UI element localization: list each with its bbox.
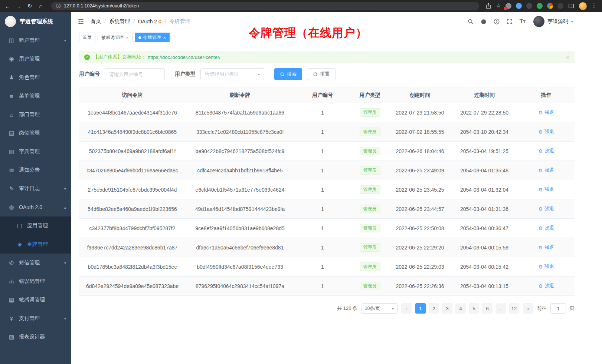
goto-page-input[interactable]: [550, 303, 566, 314]
back-button[interactable]: ←: [3, 3, 12, 9]
breadcrumb-item[interactable]: OAuth 2.0: [138, 19, 161, 24]
user-type-badge: 管理员: [360, 128, 380, 136]
force-logout-button[interactable]: 强退: [538, 128, 554, 135]
force-logout-label: 强退: [544, 186, 554, 193]
sidebar-item-oauth-token[interactable]: ◈令牌管理: [0, 235, 71, 254]
create-time-cell: 2022-06-25 23:45:25: [389, 180, 451, 199]
sidebar-item-dict[interactable]: ▥字典管理: [0, 142, 71, 161]
extension-icon[interactable]: [516, 3, 522, 9]
app-logo[interactable]: 芋道管理系统: [0, 12, 71, 31]
user-dropdown[interactable]: 芋道源码 ▾: [533, 16, 573, 27]
sidebar-item-report[interactable]: ▧报表设计器: [0, 328, 71, 346]
page-button-6[interactable]: 6: [482, 303, 493, 314]
user-type-select[interactable]: 请选择用户类型 ▾: [200, 68, 264, 80]
force-logout-button[interactable]: 强退: [538, 109, 554, 116]
next-page-button[interactable]: ›: [523, 303, 533, 314]
force-logout-button[interactable]: 强退: [538, 244, 554, 251]
breadcrumb-separator: /: [165, 19, 166, 24]
side-panel-icon[interactable]: [568, 3, 575, 9]
force-logout-button[interactable]: 强退: [538, 225, 554, 231]
access-token-cell: 275e5de9151045fe87cbdc395e004f4d: [79, 180, 186, 199]
doc-link[interactable]: https://doc.iocoder.cn/user-center/: [148, 54, 220, 60]
bookmark-star-icon[interactable]: ☆: [496, 3, 501, 9]
extension-icon[interactable]: [547, 3, 553, 9]
sidebar-item-oauth[interactable]: ◍OAuth 2.0▴: [0, 198, 71, 216]
close-icon[interactable]: ×: [566, 54, 569, 60]
force-logout-button[interactable]: 强退: [538, 186, 554, 193]
extension-icon[interactable]: [557, 3, 563, 9]
browser-profile-avatar[interactable]: [579, 2, 587, 10]
page-ellipsis[interactable]: ...: [495, 303, 506, 314]
force-logout-button[interactable]: 强退: [538, 282, 554, 289]
extension-icon[interactable]: [506, 3, 511, 9]
user-id-cell: 1: [294, 142, 351, 161]
close-icon[interactable]: ×: [126, 35, 129, 40]
user-type-badge: 管理员: [360, 166, 380, 175]
tab-home[interactable]: 首页: [79, 33, 95, 42]
page-button-2[interactable]: 2: [429, 303, 439, 314]
search-button[interactable]: 搜索: [274, 68, 302, 80]
tab-token[interactable]: 令牌管理×: [135, 33, 170, 42]
user-type-cell: 管理员: [351, 103, 389, 122]
page-button-1[interactable]: 1: [415, 303, 426, 314]
share-icon[interactable]: [485, 3, 492, 9]
page-button-4[interactable]: 4: [455, 303, 466, 314]
home-button[interactable]: ⌂: [36, 3, 45, 9]
sidebar-item-post[interactable]: ▤岗位管理: [0, 124, 71, 142]
sidebar-item-pay[interactable]: ¥支付管理▾: [0, 309, 71, 328]
table-row: 275e5de9151045fe87cbdc395e004f4d e6cfd40…: [79, 180, 575, 199]
sidebar-item-role[interactable]: ♟角色管理: [0, 68, 71, 87]
refresh-button[interactable]: ↻: [25, 3, 34, 9]
forward-button[interactable]: →: [14, 3, 23, 9]
search-icon[interactable]: [467, 18, 474, 25]
browser-menu-icon[interactable]: ⋮: [591, 3, 597, 9]
force-logout-button[interactable]: 强退: [538, 148, 554, 154]
sidebar-item-errcode[interactable]: ‹/›错误码管理: [0, 272, 71, 291]
breadcrumb-item[interactable]: 首页: [91, 18, 101, 25]
menu-fold-icon[interactable]: [77, 18, 85, 25]
reset-button[interactable]: 重置: [307, 68, 336, 80]
sidebar-item-dept[interactable]: ⌂部门管理: [0, 105, 71, 124]
action-cell: 强退: [518, 219, 575, 238]
github-icon[interactable]: [480, 18, 487, 25]
col-expire-time: 过期时间: [451, 88, 518, 103]
sidebar-item-oauth-app[interactable]: ▢应用管理: [0, 216, 71, 235]
user-id-cell: 1: [294, 103, 351, 122]
content: ✓ 【用户体系】文档地址： https://doc.iocoder.cn/use…: [71, 44, 602, 314]
user-id-cell: 1: [294, 238, 351, 257]
force-logout-button[interactable]: 强退: [538, 205, 554, 212]
sidebar-item-notice[interactable]: ✉通知公告: [0, 161, 71, 179]
svg-text:?: ?: [496, 20, 498, 23]
breadcrumb-item[interactable]: 系统管理: [109, 18, 130, 25]
create-time-cell: 2022-06-26 18:04:46: [389, 142, 451, 161]
page-size-select[interactable]: 10条/页 ▾: [361, 303, 397, 314]
help-icon[interactable]: ?: [493, 18, 500, 25]
extension-icon[interactable]: [526, 3, 532, 9]
sidebar-item-sensitive[interactable]: ▦敏感词管理: [0, 291, 71, 309]
force-logout-button[interactable]: 强退: [538, 167, 554, 173]
access-token-cell: f9336e7c7dd242a283ee98dc86b17a87: [79, 238, 186, 257]
url-bar[interactable]: 127.0.0.1:1024/system/oauth2/token: [51, 2, 479, 10]
user-icon: ◉: [7, 56, 16, 62]
fullscreen-icon[interactable]: [506, 18, 513, 25]
extension-icon[interactable]: [537, 3, 543, 9]
font-size-icon[interactable]: TT: [519, 19, 526, 24]
app-icon: ▢: [16, 222, 24, 229]
force-logout-button[interactable]: 强退: [538, 263, 554, 270]
page-button-12[interactable]: 12: [509, 303, 519, 314]
tab-sensitive[interactable]: 敏感词管理×: [98, 33, 132, 42]
sidebar-item-audit[interactable]: ✎审计日志▾: [0, 179, 71, 198]
user-id-input[interactable]: [105, 68, 165, 80]
sidebar-item-tenant[interactable]: ◫租户管理▾: [0, 31, 71, 50]
goto-label: 前往: [537, 305, 547, 312]
sidebar-item-menu[interactable]: ≡菜单管理: [0, 87, 71, 105]
page-button-3[interactable]: 3: [442, 303, 452, 314]
page-button-5[interactable]: 5: [469, 303, 479, 314]
table-row: 502375b8040a469a9b82188afdf6af1f be90422…: [79, 142, 575, 161]
page-info-icon[interactable]: [56, 3, 61, 9]
close-icon[interactable]: ×: [163, 35, 166, 40]
sidebar-item-user[interactable]: ◉用户管理: [0, 50, 71, 68]
annotation-text: 令牌管理（在线用户）: [249, 25, 367, 41]
prev-page-button[interactable]: ‹: [401, 303, 412, 314]
sidebar-item-sms[interactable]: ✆短信管理▾: [0, 254, 71, 272]
